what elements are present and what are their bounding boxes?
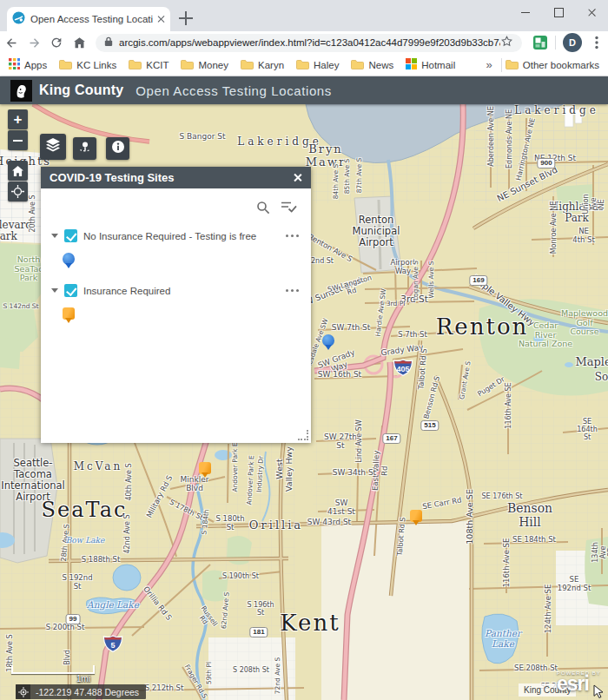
header-brand: King County <box>39 83 123 98</box>
url-text: arcgis.com/apps/webappviewer/index.html?… <box>119 37 500 48</box>
bookmark-label: Money <box>198 60 228 70</box>
bookmark-item[interactable]: Karyn <box>241 57 284 73</box>
folder-icon <box>181 57 194 73</box>
layers-icon <box>45 138 61 155</box>
bookmark-item[interactable]: Haley <box>296 57 339 73</box>
window-close-button[interactable] <box>575 0 608 24</box>
other-bookmarks[interactable]: Other bookmarks <box>506 57 599 73</box>
mouse-cursor <box>593 684 605 700</box>
apps-icon <box>9 57 20 73</box>
testing-site-marker-orange[interactable] <box>199 462 211 479</box>
layer-search-icon[interactable] <box>256 201 270 218</box>
back-button[interactable] <box>0 33 23 52</box>
covid-testing-sites-panel: COVID-19 Testing Sites No Insurance Requ… <box>41 167 311 443</box>
browser-titlebar: Open Access Testing Locations <box>0 0 608 31</box>
bookmark-label: News <box>368 60 393 70</box>
layer-list-widget-button[interactable] <box>40 134 66 160</box>
reload-button[interactable] <box>45 33 68 52</box>
layer-checkbox[interactable] <box>64 284 77 297</box>
bookmark-label: Karyn <box>258 60 284 70</box>
window-minimize-button[interactable] <box>509 0 542 24</box>
new-tab-button[interactable] <box>179 11 193 25</box>
default-extent-button[interactable] <box>8 161 28 181</box>
layer-options-icon[interactable] <box>286 289 288 292</box>
ms-icon <box>406 57 417 73</box>
coordinate-readout: -122.219 47.488 Degrees <box>16 684 146 699</box>
bookmark-label: Apps <box>24 60 47 70</box>
folder-icon <box>351 57 364 73</box>
panel-title: COVID-19 Testing Sites <box>50 171 293 184</box>
layer-row: Insurance Required <box>41 276 311 299</box>
expand-arrow-icon[interactable] <box>51 234 58 238</box>
window-maximize-button[interactable] <box>542 0 575 24</box>
tab-title: Open Access Testing Locations <box>30 14 153 24</box>
legend-pin-blue <box>63 253 75 269</box>
bookmarks-bar: AppsKC LinksKCITMoneyKarynHaleyNewsHotma… <box>0 54 608 76</box>
layer-checkbox[interactable] <box>64 229 77 242</box>
bookmark-label: Hotmail <box>421 60 455 70</box>
panel-close-icon[interactable] <box>293 173 302 182</box>
bookmark-label: KC Links <box>76 60 116 70</box>
folder-icon <box>129 57 142 73</box>
lock-icon[interactable] <box>104 35 113 50</box>
bookmark-item[interactable]: Hotmail <box>406 57 455 73</box>
profile-avatar[interactable]: D <box>563 33 582 52</box>
expand-arrow-icon[interactable] <box>51 288 58 293</box>
layer-row: No Insurance Required - Testing is free <box>41 221 311 244</box>
forward-button[interactable] <box>23 33 45 52</box>
folder-icon <box>59 57 72 73</box>
near-me-widget-button[interactable] <box>73 137 96 160</box>
legend-pin-orange <box>63 307 75 324</box>
folder-icon <box>296 57 309 73</box>
scale-bar <box>11 665 95 674</box>
bookmark-item[interactable]: Money <box>181 57 228 73</box>
folder-icon <box>241 57 254 73</box>
info-widget-button[interactable] <box>106 137 129 160</box>
browser-tab[interactable]: Open Access Testing Locations <box>7 7 170 31</box>
panel-body: No Insurance Required - Testing is freeI… <box>41 188 311 443</box>
layer-label: Insurance Required <box>83 286 280 296</box>
bookmark-star-icon[interactable] <box>500 35 513 51</box>
bookmark-label: Haley <box>314 60 339 70</box>
panel-header[interactable]: COVID-19 Testing Sites <box>41 167 311 188</box>
panel-resize-handle[interactable] <box>298 430 308 440</box>
scale-label: 1mi <box>76 674 90 683</box>
browser-menu-icon[interactable] <box>585 33 608 52</box>
tab-close-icon[interactable] <box>156 15 165 23</box>
layer-list: No Insurance Required - Testing is freeI… <box>41 221 311 324</box>
zoom-out-button[interactable] <box>8 130 28 150</box>
layer-options-icon[interactable] <box>286 234 288 237</box>
info-icon <box>111 140 125 157</box>
home-button[interactable] <box>68 33 90 52</box>
bookmark-item[interactable]: News <box>351 57 393 73</box>
location-pin-icon <box>78 140 92 157</box>
bookmark-item[interactable]: KC Links <box>59 57 116 73</box>
browser-toolbar: arcgis.com/apps/webappviewer/index.html?… <box>0 31 608 54</box>
testing-site-marker-blue[interactable] <box>322 334 334 351</box>
app-header: King County Open Access Testing Location… <box>0 76 608 104</box>
page-title: Open Access Testing Locations <box>135 83 332 98</box>
folder-icon <box>506 57 519 73</box>
layer-label: No Insurance Required - Testing is free <box>83 231 280 241</box>
my-location-button[interactable] <box>8 182 28 201</box>
bookmark-label: KCIT <box>146 60 169 70</box>
bookmark-item[interactable]: Apps <box>9 57 47 73</box>
extension-icon[interactable] <box>529 33 552 52</box>
king-county-logo <box>10 80 32 102</box>
crosshair-icon <box>16 684 30 699</box>
testing-site-marker-orange[interactable] <box>410 510 422 526</box>
bookmark-item[interactable]: KCIT <box>129 57 169 73</box>
address-bar[interactable]: arcgis.com/apps/webappviewer/index.html?… <box>96 34 522 52</box>
tab-favicon <box>12 11 25 28</box>
toggle-layers-icon[interactable] <box>281 201 297 218</box>
coordinates-text: -122.219 47.488 Degrees <box>36 687 146 697</box>
bookmarks-overflow-chevron[interactable]: » <box>486 58 492 71</box>
zoom-in-button[interactable]: + <box>8 109 28 129</box>
